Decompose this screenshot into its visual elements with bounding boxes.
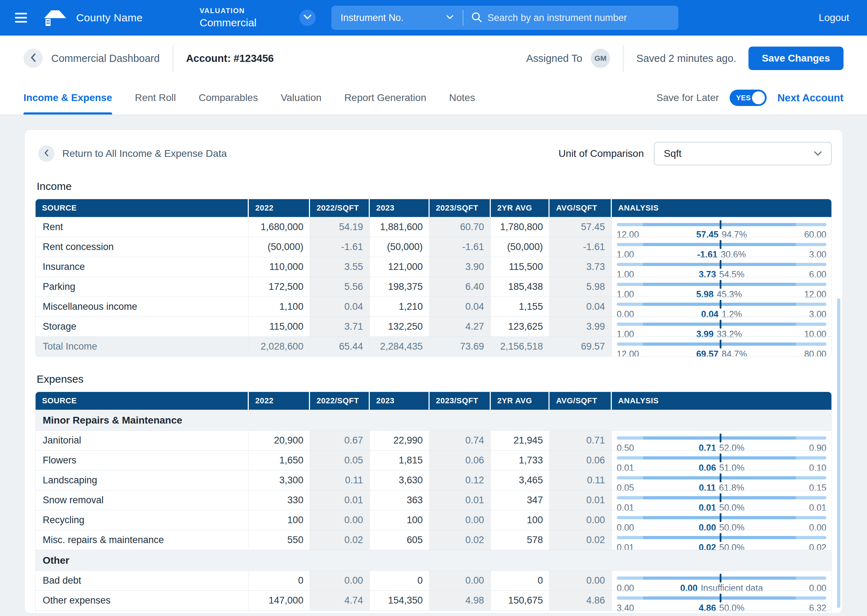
avg-sqft-cell: 3.73 [550, 257, 612, 277]
analysis-tick [720, 434, 722, 442]
column-header-analysis: ANALYSIS [612, 199, 831, 217]
analysis-cell: 0.01 0.06 51.0% 0.10 [612, 450, 831, 470]
value-2022-cell: 20,900 [249, 431, 310, 450]
source-cell: Other expenses [36, 590, 249, 610]
income-expense-card: Return to All Income & Expense Data Unit… [24, 129, 843, 613]
analysis-cell: 12.00 57.45 94.7% 60.00 [612, 217, 831, 237]
sqft-2022-cell: 0.11 [310, 470, 370, 490]
source-cell: Rent concession [36, 237, 249, 257]
table-row: Storage 115,000 3.71 132,250 4.27 123,62… [36, 317, 831, 336]
search-bar: Instrument No. [331, 6, 678, 30]
avg-sqft-cell: 0.00 [550, 570, 612, 590]
context-dropdown-button[interactable] [300, 9, 316, 26]
sqft-2022-cell: 65.44 [310, 336, 370, 357]
value-2023-cell: 121,000 [370, 257, 430, 277]
analysis-tick [720, 260, 722, 269]
analysis-cell: 12.00 69.57 84.7% 80.00 [612, 336, 831, 357]
save-for-later-toggle[interactable]: YES [730, 90, 767, 106]
analysis-tick [720, 473, 722, 482]
sqft-2023-cell: 0.74 [430, 431, 491, 450]
unit-of-comparison-select[interactable]: Sqft [654, 142, 832, 165]
sqft-2023-cell: 6.40 [430, 277, 491, 297]
analysis-range-bar [617, 577, 826, 580]
divider [173, 45, 173, 71]
back-button[interactable] [24, 49, 43, 68]
tab-notes[interactable]: Notes [449, 81, 475, 115]
sqft-2023-cell: 60.70 [430, 217, 491, 237]
clipped-next-row [36, 610, 831, 613]
tab-income-expense[interactable]: Income & Expense [24, 81, 112, 115]
search-icon [471, 12, 482, 24]
brand-name: County Name [76, 12, 143, 24]
2yr-avg-cell: (50,000) [491, 237, 550, 257]
analysis-tick [720, 280, 722, 289]
analysis-cell: 0.01 0.02 50.0% 0.02 [612, 530, 831, 550]
logout-link[interactable]: Logout [818, 12, 849, 24]
sqft-2022-cell: 5.56 [310, 277, 370, 297]
income-table-body: Rent 1,680,000 54.19 1,881,600 60.70 1,7… [36, 217, 831, 357]
table-row: Bad debt 0 0.00 0 0.00 0 0.00 0.00 0.00 … [36, 570, 831, 590]
value-2022-cell: 172,500 [249, 277, 310, 297]
tab-valuation[interactable]: Valuation [281, 81, 322, 115]
value-2022-cell: 2,028,600 [249, 336, 310, 357]
breadcrumb[interactable]: Commercial Dashboard [51, 53, 160, 64]
search-input[interactable] [488, 13, 669, 24]
value-2022-cell: 1,680,000 [249, 217, 310, 237]
top-navigation-bar: County Name VALUATION Commercial Instrum… [0, 0, 867, 36]
toggle-state-label: YES [736, 94, 751, 102]
expenses-table-header: SOURCE 2022 2022/SQFT 2023 2023/SQFT 2YR… [36, 392, 831, 410]
tab-report-generation[interactable]: Report Generation [344, 81, 426, 115]
source-cell: Storage [36, 317, 249, 336]
avg-sqft-cell: 3.99 [550, 317, 612, 336]
chevron-down-icon[interactable] [446, 14, 454, 21]
expense-group-header: Minor Repairs & Maintenance [36, 410, 831, 431]
analysis-percentile: 84.7% [722, 349, 747, 357]
card-scrollbar-thumb[interactable] [837, 299, 840, 608]
avg-sqft-cell: 5.98 [550, 277, 612, 297]
analysis-cell: 1.00 3.73 54.5% 6.00 [612, 257, 831, 277]
tab-comparables[interactable]: Comparables [199, 81, 258, 115]
search-category-select[interactable]: Instrument No. [340, 13, 404, 24]
value-2022-cell: 1,650 [249, 450, 310, 470]
save-changes-button[interactable]: Save Changes [749, 47, 843, 70]
tab-rent-roll[interactable]: Rent Roll [135, 81, 176, 115]
value-2022-cell: (50,000) [249, 237, 310, 257]
column-header-2yr-avg: 2YR AVG [491, 199, 550, 217]
context-value: Commercial [200, 17, 257, 29]
sqft-2023-cell: 4.98 [430, 590, 491, 610]
avatar[interactable]: GM [591, 49, 610, 68]
sqft-2022-cell: 0.04 [310, 297, 370, 317]
column-header-2022-sqft: 2022/SQFT [310, 199, 370, 217]
analysis-tick [720, 240, 722, 249]
next-account-link[interactable]: Next Account [777, 92, 843, 104]
table-row: Rent concession (50,000) -1.61 (50,000) … [36, 237, 831, 257]
analysis-tick [720, 493, 722, 502]
sqft-2023-cell: 0.02 [430, 530, 491, 550]
expense-group-header: Other [36, 550, 831, 570]
assigned-to-label: Assigned To [527, 53, 582, 64]
sqft-2023-cell: 0.00 [430, 570, 491, 590]
analysis-range-bar [617, 283, 826, 286]
return-button[interactable] [38, 145, 54, 162]
sqft-2022-cell: 3.71 [310, 317, 370, 336]
column-header-2023-sqft: 2023/SQFT [430, 392, 491, 410]
2yr-avg-cell: 123,625 [491, 317, 550, 336]
analysis-range-bar [617, 436, 826, 440]
2yr-avg-cell: 2,156,518 [491, 336, 550, 357]
analysis-cell: 0.00 0.04 1.2% 3.00 [612, 297, 831, 317]
column-header-2023-sqft: 2023/SQFT [430, 199, 491, 217]
analysis-tick [720, 613, 722, 613]
hamburger-menu-icon[interactable] [13, 9, 29, 26]
value-2023-cell: 100 [370, 510, 430, 530]
column-header-source: SOURCE [36, 392, 249, 410]
value-2023-cell: 132,250 [370, 317, 430, 336]
sqft-2022-cell: 0.00 [310, 510, 370, 530]
return-link[interactable]: Return to All Income & Expense Data [62, 148, 227, 159]
income-table-header: SOURCE 2022 2022/SQFT 2023 2023/SQFT 2YR… [36, 199, 831, 217]
column-header-analysis: ANALYSIS [612, 392, 831, 410]
sqft-2023-cell: 0.12 [430, 470, 491, 490]
analysis-cell: 1.00 3.99 33.2% 10.00 [612, 317, 831, 336]
avg-sqft-cell: 0.02 [550, 530, 612, 550]
analysis-cell: 0.00 0.00 Insufficient data 0.00 [612, 570, 831, 590]
app-screen: County Name VALUATION Commercial Instrum… [0, 0, 867, 616]
